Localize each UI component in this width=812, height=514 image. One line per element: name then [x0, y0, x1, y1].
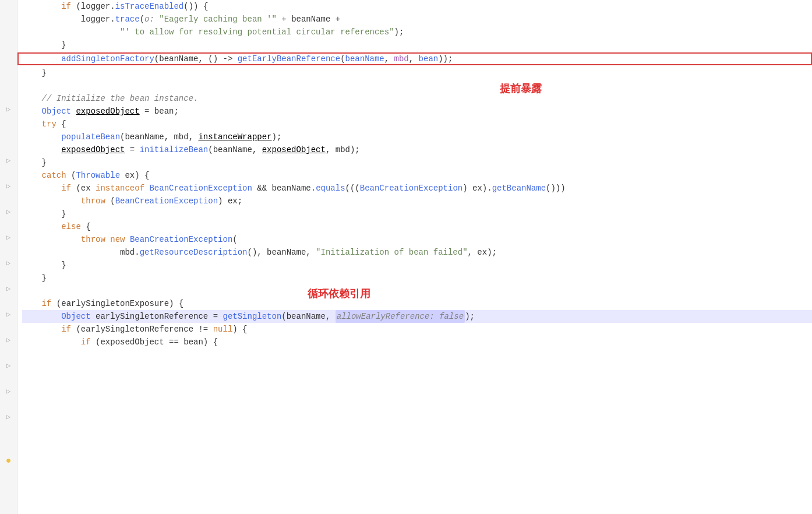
gutter-mark-4: ▷ — [0, 205, 17, 218]
code-line-close-if: } — [22, 207, 812, 220]
code-line-catch: catch (Throwable ex) { — [22, 169, 812, 182]
code-line-check-null: if (earlySingletonReference != null) { — [22, 323, 812, 336]
code-line-4: } — [22, 38, 812, 51]
code-line-check-bean: if (exposedObject == bean) { — [22, 336, 812, 348]
gutter-mark-7: ▷ — [0, 282, 17, 295]
gutter-mark-5: ▷ — [0, 231, 17, 244]
code-line-populate: populateBean(beanName, mbd, instanceWrap… — [22, 131, 812, 143]
code-line-comment1: // Initialize the bean instance. — [22, 92, 812, 105]
gutter-mark-6: ▷ — [0, 256, 17, 269]
code-line-try: try { — [22, 118, 812, 131]
gutter-mark-10: ▷ — [0, 359, 17, 372]
code-line-close-try: } — [22, 156, 812, 169]
code-line-throw-args: mbd.getResourceDescription(), beanName, … — [22, 246, 812, 259]
code-line-init: exposedObject = initializeBean(beanName,… — [22, 143, 812, 156]
yellow-dot-marker: ● — [0, 455, 17, 467]
gutter-mark-8: ▷ — [0, 308, 17, 321]
code-line-close-catch: } — [22, 272, 812, 284]
code-line-blank1 — [22, 79, 812, 92]
code-line-5-highlighted: addSingletonFactory(beanName, () -> getE… — [22, 52, 812, 65]
code-area: if (logger.isTraceEnabled()) { logger.tr… — [17, 0, 812, 514]
gutter-mark-3: ▷ — [0, 179, 17, 192]
code-line-get-singleton: Object earlySingletonReference = getSing… — [22, 310, 812, 323]
code-line-3: "' to allow for resolving potential circ… — [22, 26, 812, 38]
code-line-if-instanceof: if (ex instanceof BeanCreationException … — [22, 182, 812, 195]
code-line-6: } — [22, 66, 812, 79]
gutter-mark-9: ▷ — [0, 333, 17, 346]
gutter-mark-2: ▷ — [0, 154, 17, 167]
code-line-7: Object exposedObject = bean; — [22, 105, 812, 118]
gutter-mark-1: ▷ — [0, 103, 17, 115]
code-line-2: logger.trace(o: "Eagerly caching bean '"… — [22, 13, 812, 26]
code-line-1: if (logger.isTraceEnabled()) { — [22, 0, 812, 13]
editor-container: ▷ ▷ ▷ ▷ ▷ ▷ ▷ ▷ ▷ ▷ ▷ ▷ — [0, 0, 812, 514]
gutter-mark-12: ▷ — [0, 410, 17, 423]
gutter-mark-11: ▷ — [0, 385, 17, 397]
code-line-blank2 — [22, 284, 812, 297]
gutter: ▷ ▷ ▷ ▷ ▷ ▷ ▷ ▷ ▷ ▷ ▷ ▷ — [0, 0, 17, 514]
code-line-throw2: throw new BeanCreationException( — [22, 233, 812, 246]
code-line-throw1: throw (BeanCreationException) ex; — [22, 195, 812, 207]
code-line-else: else { — [22, 220, 812, 233]
code-line-close-else-inner: } — [22, 259, 812, 272]
code-line-early-singleton: if (earlySingletonExposure) { — [22, 297, 812, 310]
